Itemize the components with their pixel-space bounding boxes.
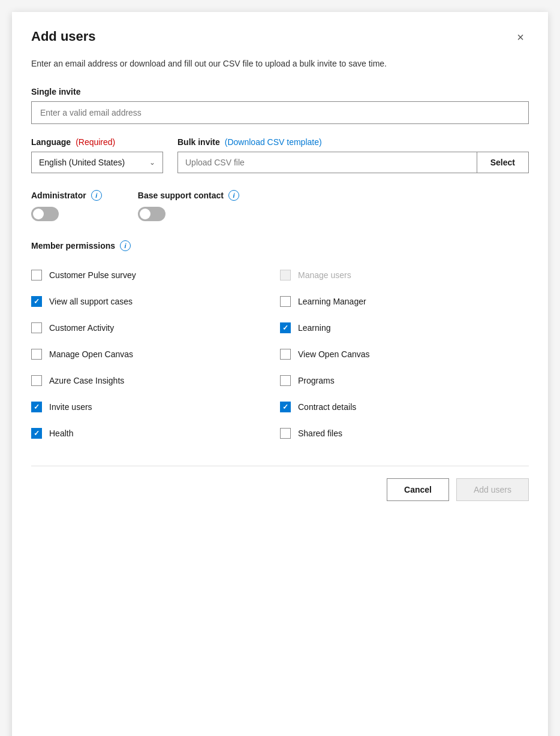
permission-item-azure-case-insights: Azure Case Insights <box>31 367 280 394</box>
base-support-contact-group: Base support contact i <box>138 190 239 221</box>
administrator-label: Administrator <box>31 191 86 200</box>
permissions-header: Member permissions i <box>31 240 529 251</box>
dialog-description: Enter an email address or download and f… <box>31 58 529 70</box>
bulk-input-row: Select <box>177 152 529 173</box>
chevron-down-icon: ⌄ <box>149 158 155 167</box>
permission-item-programs: Programs <box>280 367 529 394</box>
permission-label-customer-activity: Customer Activity <box>49 323 114 333</box>
administrator-info-icon: i <box>91 190 102 201</box>
close-button[interactable]: × <box>512 29 529 46</box>
checkbox-learning[interactable] <box>280 322 291 333</box>
administrator-label-row: Administrator i <box>31 190 102 201</box>
dialog-title: Add users <box>31 29 96 44</box>
add-users-dialog: Add users × Enter an email address or do… <box>12 12 548 736</box>
language-dropdown[interactable]: English (United States) ⌄ <box>31 152 163 173</box>
permission-item-manage-open-canvas: Manage Open Canvas <box>31 341 280 367</box>
permissions-info-icon: i <box>120 240 131 251</box>
checkbox-learning-manager[interactable] <box>280 296 291 307</box>
permission-label-manage-users: Manage users <box>298 270 351 280</box>
permission-label-view-support: View all support cases <box>49 297 133 306</box>
dialog-header: Add users × <box>31 29 529 46</box>
checkbox-view-support[interactable] <box>31 296 42 307</box>
language-label: Language <box>31 137 71 147</box>
cancel-button[interactable]: Cancel <box>387 478 449 501</box>
permission-label-learning: Learning <box>298 323 331 333</box>
permission-item-view-support: View all support cases <box>31 288 280 315</box>
language-value: English (United States) <box>39 158 125 167</box>
bulk-label-row: Bulk invite (Download CSV template) <box>177 137 529 147</box>
permission-item-manage-users: Manage users <box>280 262 529 288</box>
permissions-title: Member permissions <box>31 241 115 251</box>
language-bulk-row: Language (Required) English (United Stat… <box>31 137 529 173</box>
checkbox-invite-users[interactable] <box>31 402 42 412</box>
administrator-group: Administrator i <box>31 190 102 221</box>
single-invite-section: Single invite <box>31 87 529 137</box>
toggle-section: Administrator i Base support contact i <box>31 190 529 221</box>
add-users-button[interactable]: Add users <box>456 478 529 501</box>
language-field-group: Language (Required) English (United Stat… <box>31 137 163 173</box>
checkbox-view-open-canvas[interactable] <box>280 349 291 360</box>
download-csv-link[interactable]: (Download CSV template) <box>225 137 322 147</box>
email-input[interactable] <box>31 101 529 124</box>
dialog-footer: Cancel Add users <box>31 466 529 501</box>
checkbox-manage-users <box>280 270 291 280</box>
permission-item-learning-manager: Learning Manager <box>280 288 529 315</box>
checkbox-shared-files[interactable] <box>280 428 291 439</box>
base-support-toggle[interactable] <box>138 207 165 221</box>
base-support-label: Base support contact <box>138 191 224 200</box>
checkbox-customer-pulse[interactable] <box>31 270 42 280</box>
checkbox-customer-activity[interactable] <box>31 322 42 333</box>
select-button[interactable]: Select <box>477 152 529 173</box>
single-invite-label: Single invite <box>31 87 529 96</box>
language-label-row: Language (Required) <box>31 137 163 147</box>
required-label: (Required) <box>76 137 115 147</box>
base-support-info-icon: i <box>228 190 239 201</box>
permission-label-invite-users: Invite users <box>49 402 92 412</box>
checkbox-health[interactable] <box>31 428 42 439</box>
permission-item-invite-users: Invite users <box>31 394 280 420</box>
administrator-toggle[interactable] <box>31 207 59 221</box>
permission-label-view-open-canvas: View Open Canvas <box>298 349 370 359</box>
permission-item-customer-activity: Customer Activity <box>31 315 280 341</box>
permission-label-azure-case-insights: Azure Case Insights <box>49 376 124 385</box>
checkbox-programs[interactable] <box>280 375 291 386</box>
permissions-grid: Customer Pulse surveyManage usersView al… <box>31 262 529 447</box>
permission-item-contract-details: Contract details <box>280 394 529 420</box>
permission-item-shared-files: Shared files <box>280 420 529 447</box>
member-permissions-section: Member permissions i Customer Pulse surv… <box>31 240 529 447</box>
checkbox-contract-details[interactable] <box>280 402 291 412</box>
permission-item-customer-pulse: Customer Pulse survey <box>31 262 280 288</box>
permission-label-programs: Programs <box>298 376 335 385</box>
base-support-label-row: Base support contact i <box>138 190 239 201</box>
permission-item-health: Health <box>31 420 280 447</box>
checkbox-manage-open-canvas[interactable] <box>31 349 42 360</box>
permission-label-manage-open-canvas: Manage Open Canvas <box>49 349 133 359</box>
permission-item-view-open-canvas: View Open Canvas <box>280 341 529 367</box>
permission-label-shared-files: Shared files <box>298 429 342 438</box>
checkbox-azure-case-insights[interactable] <box>31 375 42 386</box>
permission-label-customer-pulse: Customer Pulse survey <box>49 270 136 280</box>
permission-item-learning: Learning <box>280 315 529 341</box>
csv-file-input[interactable] <box>177 152 477 173</box>
bulk-invite-field-group: Bulk invite (Download CSV template) Sele… <box>177 137 529 173</box>
bulk-invite-label: Bulk invite <box>177 137 220 147</box>
permission-label-learning-manager: Learning Manager <box>298 297 366 306</box>
permission-label-contract-details: Contract details <box>298 402 356 412</box>
permission-label-health: Health <box>49 429 73 438</box>
